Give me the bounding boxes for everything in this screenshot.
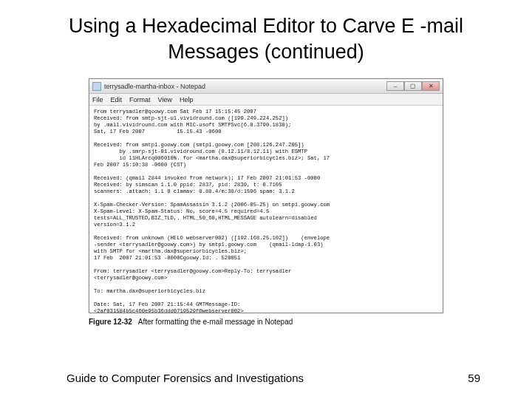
menu-help[interactable]: Help	[180, 96, 194, 103]
notepad-window: terrysadle-martha-inbox - Notepad – ▢ ✕ …	[89, 78, 443, 313]
minimize-button[interactable]: –	[386, 81, 404, 91]
menu-file[interactable]: File	[92, 96, 103, 103]
page-number: 59	[468, 372, 480, 384]
notepad-icon	[92, 82, 101, 91]
maximize-button[interactable]: ▢	[404, 81, 422, 91]
menu-edit[interactable]: Edit	[111, 96, 123, 103]
figure-caption: Figure 12-32 After formatting the e-mail…	[89, 318, 443, 326]
slide-title: Using a Hexadecimal Editor to Carve E -m…	[0, 0, 532, 72]
footer: Guide to Computer Forensics and Investig…	[0, 372, 532, 384]
menubar: File Edit Format View Help	[89, 94, 443, 106]
text-content[interactable]: From terrysadler@qoowy.com Sat Feb 17 15…	[89, 106, 443, 313]
window-buttons: – ▢ ✕	[386, 81, 440, 91]
menu-format[interactable]: Format	[129, 96, 151, 103]
titlebar: terrysadle-martha-inbox - Notepad – ▢ ✕	[89, 79, 443, 94]
close-button[interactable]: ✕	[422, 81, 440, 91]
figure-label: Figure 12-32	[89, 318, 132, 326]
window-title: terrysadle-martha-inbox - Notepad	[104, 83, 205, 90]
menu-view[interactable]: View	[158, 96, 172, 103]
figure-text: After formatting the e-mail message in N…	[138, 318, 293, 326]
footer-left: Guide to Computer Forensics and Investig…	[66, 372, 304, 384]
